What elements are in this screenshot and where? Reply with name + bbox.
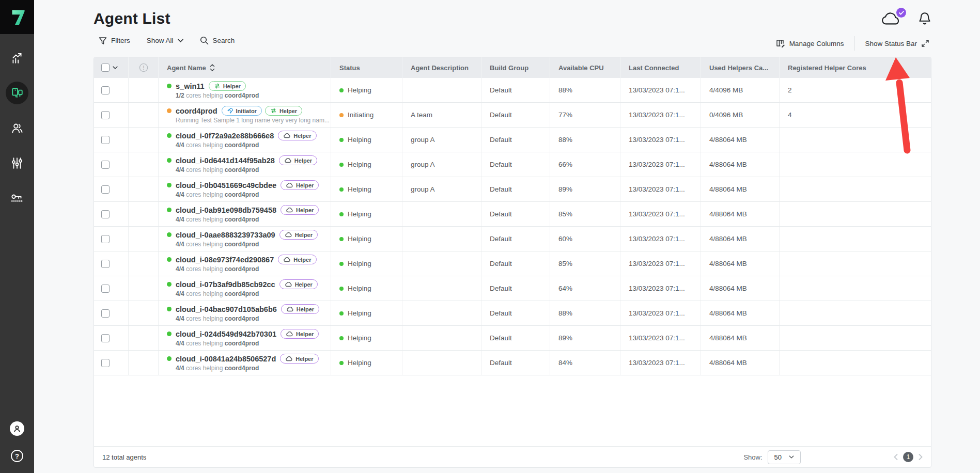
expand-icon <box>921 39 929 48</box>
row-checkbox[interactable] <box>101 359 110 367</box>
agent-name: cloud_i-024d549d942b70301 <box>176 330 276 338</box>
table-header-row: ! Agent Name Status Agent Description Bu… <box>94 57 931 78</box>
registered-helper-cores-cell <box>780 152 931 177</box>
agent-name: cloud_i-08e973f74ed290867 <box>176 256 274 264</box>
build-group-cell: Default <box>481 177 550 201</box>
table-row[interactable]: cloud_i-0b0451669c49cbdee Helper 4/4 cor… <box>94 177 931 202</box>
row-checkbox[interactable] <box>101 185 110 194</box>
used-helpers-cell: 4/88064 MB <box>701 251 780 276</box>
table-row[interactable]: cloud_i-07b3af9db85cb92cc Helper 4/4 cor… <box>94 276 931 301</box>
row-checkbox[interactable] <box>101 309 110 318</box>
last-connected-cell: 13/03/2023 07:1... <box>620 103 701 127</box>
table-row[interactable]: cloud_i-00841a24b8506527d Helper 4/4 cor… <box>94 351 931 375</box>
last-connected-cell: 13/03/2023 07:1... <box>620 177 701 201</box>
badge-helper: Helper <box>281 180 319 190</box>
table-row[interactable]: cloud_i-04bac907d105ab6b6 Helper 4/4 cor… <box>94 301 931 326</box>
select-menu-chevron-icon[interactable] <box>113 66 118 69</box>
cloud-status-button[interactable] <box>881 11 901 26</box>
status-cell: Helping <box>331 301 402 325</box>
manage-columns-icon <box>776 39 785 48</box>
filters-button[interactable]: Filters <box>99 37 130 45</box>
agent-name: cloud_i-0b0451669c49cbdee <box>176 181 276 190</box>
table-row[interactable]: cloud_i-0d6441d144f95ab28 Helper 4/4 cor… <box>94 152 931 177</box>
table-row[interactable]: cloud_i-08e973f74ed290867 Helper 4/4 cor… <box>94 251 931 276</box>
row-select-cell <box>94 301 129 325</box>
sidebar-item-settings[interactable] <box>6 152 28 175</box>
show-all-dropdown[interactable]: Show All <box>147 37 183 44</box>
next-page-button[interactable] <box>919 454 923 460</box>
row-checkbox[interactable] <box>101 161 110 169</box>
row-checkbox[interactable] <box>101 235 110 243</box>
show-status-bar-button[interactable]: Show Status Bar <box>865 39 929 48</box>
sidebar-item-license[interactable] <box>6 187 28 210</box>
status-cell: Helping <box>331 326 402 350</box>
row-select-cell <box>94 227 129 251</box>
row-select-cell <box>94 128 129 152</box>
row-alert-cell <box>129 326 159 350</box>
last-connected-cell: 13/03/2023 07:1... <box>620 227 701 251</box>
question-icon: ? <box>10 449 24 463</box>
row-select-cell <box>94 276 129 301</box>
agent-online-dot <box>167 332 172 336</box>
available-cpu-cell: 89% <box>550 326 620 350</box>
row-checkbox[interactable] <box>101 260 110 268</box>
sidebar-nav <box>6 34 28 210</box>
agent-online-dot <box>167 108 172 113</box>
toolbar-separator <box>854 36 854 51</box>
table-row[interactable]: cloud_i-0f72a9a2e88b666e8 Helper 4/4 cor… <box>94 128 931 152</box>
agent-name-cell: coord4prod InitiatorHelper Running Test … <box>159 103 331 127</box>
agent-table: ! Agent Name Status Agent Description Bu… <box>94 57 931 468</box>
row-checkbox[interactable] <box>101 136 110 144</box>
agent-name-cell: cloud_i-0f72a9a2e88b666e8 Helper 4/4 cor… <box>159 128 331 152</box>
used-helpers-cell: 4/88064 MB <box>701 152 780 177</box>
available-cpu-cell: 77% <box>550 103 620 127</box>
app-logo <box>0 0 34 34</box>
bell-icon <box>918 11 931 26</box>
badge-helper: Helper <box>280 354 318 364</box>
agent-name: s_win11 <box>176 82 205 90</box>
table-row[interactable]: cloud_i-024d549d942b70301 Helper 4/4 cor… <box>94 326 931 351</box>
row-alert-cell <box>129 227 159 251</box>
header-agent-name[interactable]: Agent Name <box>159 57 331 78</box>
table-row[interactable]: s_win11 Helper 1/2 cores helping coord4p… <box>94 78 931 103</box>
table-row[interactable]: cloud_i-0aae8883239733a09 Helper 4/4 cor… <box>94 227 931 251</box>
agent-description-cell: group A <box>402 152 481 177</box>
row-checkbox[interactable] <box>101 334 110 342</box>
row-alert-cell <box>129 152 159 177</box>
agent-subtext: 4/4 cores helping coord4prod <box>176 315 259 322</box>
page-title: Agent List <box>94 10 170 27</box>
status-cell: Helping <box>331 276 402 301</box>
manage-columns-button[interactable]: Manage Columns <box>776 39 844 48</box>
page-size-select[interactable]: 50 <box>768 450 801 464</box>
previous-page-button[interactable] <box>894 454 898 460</box>
cloud-connected-badge <box>896 8 906 18</box>
sidebar-item-agents[interactable] <box>6 82 28 104</box>
row-alert-cell <box>129 128 159 152</box>
sort-icon[interactable] <box>210 64 215 71</box>
search-button[interactable]: Search <box>200 36 235 45</box>
page-number[interactable]: 1 <box>903 452 913 462</box>
agent-badges: Helper <box>281 304 319 314</box>
user-avatar[interactable] <box>10 421 24 436</box>
header-used-helpers: Used Helpers Ca... <box>701 57 780 78</box>
build-group-cell: Default <box>481 251 550 276</box>
row-checkbox[interactable] <box>101 285 110 293</box>
last-connected-cell: 13/03/2023 07:1... <box>620 251 701 276</box>
row-select-cell <box>94 177 129 201</box>
select-all-checkbox[interactable] <box>101 64 110 72</box>
agent-description-cell: A team <box>402 103 481 127</box>
build-group-cell: Default <box>481 103 550 127</box>
sidebar-item-users[interactable] <box>6 117 28 139</box>
table-row[interactable]: coord4prod InitiatorHelper Running Test … <box>94 103 931 128</box>
help-button[interactable]: ? <box>10 449 24 465</box>
row-checkbox[interactable] <box>101 111 110 119</box>
row-checkbox[interactable] <box>101 86 110 94</box>
pagination: 1 <box>894 452 923 462</box>
table-row[interactable]: cloud_i-0ab91e098db759458 Helper 4/4 cor… <box>94 202 931 227</box>
notifications-button[interactable] <box>918 11 931 26</box>
column-label: Available CPU <box>558 64 604 72</box>
row-checkbox[interactable] <box>101 210 110 218</box>
status-label: Helping <box>348 235 371 243</box>
sidebar-item-analytics[interactable] <box>6 46 28 69</box>
row-select-cell <box>94 103 129 127</box>
